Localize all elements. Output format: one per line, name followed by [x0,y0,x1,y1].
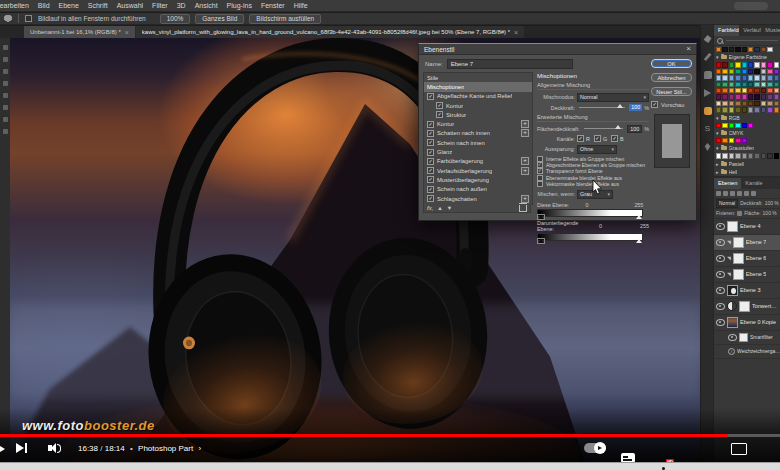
swatch[interactable] [722,62,727,67]
layer-name[interactable]: Ebene 7 [746,239,767,245]
chapter-chevron-icon[interactable]: › [198,444,201,453]
style-checkbox[interactable]: ✓ [427,195,434,202]
opacity-slider[interactable] [579,107,625,108]
autoplay-toggle[interactable] [584,443,606,453]
style-checkbox[interactable]: ✓ [427,158,434,165]
volume-button[interactable] [48,443,61,453]
style-checkbox[interactable]: ✓ [427,130,434,137]
swatch[interactable] [767,47,772,52]
swatch[interactable] [735,47,740,52]
blend-option-checkbox[interactable] [537,181,543,187]
filter-adjustment-icon[interactable] [730,191,735,196]
search-input[interactable] [726,40,778,41]
swatch[interactable] [716,62,721,67]
swatch[interactable] [735,123,740,128]
new-style-button[interactable]: Neuer Stil... [651,87,692,96]
swatch[interactable] [748,94,753,99]
layer-row-ebene-0-kopie[interactable]: Ebene 0 Kopie [714,315,780,331]
swatch[interactable] [729,138,734,143]
swatch[interactable] [767,69,772,74]
layer-row-ebene-5[interactable]: ◥Ebene 5 [714,267,780,283]
style-checkbox[interactable]: ✓ [436,102,443,109]
visibility-eye-icon[interactable] [716,303,725,310]
style-checkbox[interactable]: ✓ [427,121,434,128]
menu-item-ansicht[interactable]: Ansicht [195,2,218,9]
blend-option-checkbox[interactable] [537,156,543,162]
blend-option-checkbox[interactable] [537,175,543,181]
swatch[interactable] [722,88,727,93]
swatch[interactable] [722,153,727,158]
visibility-eye-icon[interactable] [716,287,725,294]
swatch[interactable] [761,82,766,87]
layer-thumbnail[interactable] [733,253,744,264]
swatch[interactable] [722,69,727,74]
brush-tool-icon[interactable] [3,93,8,98]
swatch[interactable] [748,107,753,112]
layer-thumbnail[interactable] [727,221,738,232]
swatch[interactable] [748,62,753,67]
swatch[interactable] [754,94,759,99]
actions-panel-icon[interactable] [704,89,711,97]
menu-item-bearbeiten[interactable]: Bearbeiten [0,2,29,9]
blend-option-checkbox[interactable]: ✓ [537,162,543,168]
style-item-muster-berlagerung[interactable]: ✓Musterüberlagerung [424,175,532,184]
swatch-group-graustufen[interactable]: ▾Graustufen [714,144,780,152]
style-checkbox[interactable]: ✓ [427,167,434,174]
swatch[interactable] [716,69,721,74]
swatch[interactable] [729,88,734,93]
style-item-abgeflachte-kante-und-relief[interactable]: ✓Abgeflachte Kante und Relief [424,92,532,101]
visibility-eye-icon[interactable] [716,223,725,230]
swatch[interactable] [722,82,727,87]
swatch[interactable] [767,62,772,67]
swatch[interactable] [754,153,759,158]
filter-smartobject-icon[interactable] [751,191,756,196]
swatch[interactable] [735,107,740,112]
ok-button[interactable]: OK [651,59,692,68]
move-tool-icon[interactable] [3,45,8,50]
swatch[interactable] [722,123,727,128]
layer-name[interactable]: Ebene 3 [740,287,761,293]
swatch[interactable] [735,62,740,67]
swatch[interactable] [716,153,721,158]
document-tab-2[interactable]: kaws_vinyl_platform_with_glowing_lava_in… [136,26,524,38]
swatch[interactable] [729,47,734,52]
play-button[interactable] [0,443,5,455]
filter-shape-icon[interactable] [744,191,749,196]
tab-ebenen[interactable]: Ebenen [714,178,741,189]
swatch[interactable] [748,153,753,158]
swatch[interactable] [735,75,740,80]
smart-filter-name-row[interactable]: fWeichzeichnergalerie [714,345,780,359]
visibility-eye-icon[interactable] [716,255,725,262]
style-item-glanz[interactable]: ✓Glanz [424,147,532,156]
menu-item-bild[interactable]: Bild [38,2,50,9]
tab-verläufe[interactable]: Verläufe [739,25,761,36]
swatch[interactable] [722,138,727,143]
swatch[interactable] [735,153,740,158]
swatch[interactable] [735,94,740,99]
swatch[interactable] [716,88,721,93]
layer-mask-thumbnail[interactable] [739,301,750,312]
swatch[interactable] [716,101,721,106]
swatch[interactable] [729,82,734,87]
swatch[interactable] [735,82,740,87]
add-instance-icon[interactable]: + [521,129,529,137]
filter-pixel-icon[interactable] [723,191,728,196]
swatch-search-row[interactable] [714,36,780,46]
swatch[interactable] [748,75,753,80]
move-up-icon[interactable]: ▲ [437,205,442,211]
style-item-schein-nach-innen[interactable]: ✓Schein nach innen [424,138,532,147]
lock-all-icon[interactable] [737,211,742,216]
swatch-group-rgb[interactable]: ▾RGB [714,114,780,122]
swatch-group-hell[interactable]: ▸Hell [714,168,780,176]
blend-option-checkbox[interactable]: ✓ [537,168,543,174]
channel-checkbox-r[interactable]: ✓ [577,135,584,142]
layer-thumbnail[interactable] [733,237,744,248]
layer-name[interactable]: Tonwertkorrektur 1 [752,303,779,309]
layer-thumbnail[interactable] [727,285,738,296]
swatch[interactable] [774,101,779,106]
channel-checkbox-b[interactable]: ✓ [611,135,618,142]
style-checkbox[interactable]: ✓ [427,176,434,183]
swatch[interactable] [716,82,721,87]
style-checkbox[interactable]: ✓ [427,186,434,193]
swatch[interactable] [742,101,747,106]
